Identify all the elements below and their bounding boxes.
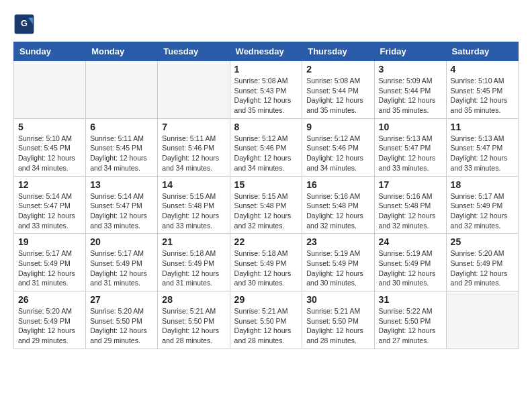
- day-number: 27: [90, 294, 153, 305]
- day-info: Sunrise: 5:21 AM Sunset: 5:50 PM Dayligh…: [234, 306, 298, 346]
- calendar-cell: 7Sunrise: 5:11 AM Sunset: 5:46 PM Daylig…: [158, 118, 230, 176]
- calendar-cell: 21Sunrise: 5:18 AM Sunset: 5:49 PM Dayli…: [158, 234, 230, 291]
- day-number: 2: [306, 64, 369, 75]
- calendar-cell: 9Sunrise: 5:12 AM Sunset: 5:46 PM Daylig…: [302, 118, 374, 176]
- day-number: 3: [379, 64, 442, 75]
- calendar-cell: [86, 61, 158, 119]
- day-info: Sunrise: 5:15 AM Sunset: 5:48 PM Dayligh…: [162, 191, 225, 231]
- day-info: Sunrise: 5:08 AM Sunset: 5:44 PM Dayligh…: [306, 76, 369, 116]
- calendar-cell: 14Sunrise: 5:15 AM Sunset: 5:48 PM Dayli…: [158, 176, 230, 234]
- day-info: Sunrise: 5:10 AM Sunset: 5:45 PM Dayligh…: [451, 76, 514, 116]
- calendar-cell: 15Sunrise: 5:15 AM Sunset: 5:48 PM Dayli…: [230, 176, 302, 234]
- day-info: Sunrise: 5:17 AM Sunset: 5:49 PM Dayligh…: [90, 248, 153, 288]
- day-info: Sunrise: 5:11 AM Sunset: 5:45 PM Dayligh…: [90, 134, 153, 173]
- calendar-header-sunday: Sunday: [14, 42, 86, 61]
- day-info: Sunrise: 5:22 AM Sunset: 5:50 PM Dayligh…: [379, 306, 442, 346]
- day-number: 28: [162, 294, 225, 305]
- calendar-cell: 26Sunrise: 5:20 AM Sunset: 5:49 PM Dayli…: [14, 291, 86, 349]
- calendar-cell: 10Sunrise: 5:13 AM Sunset: 5:47 PM Dayli…: [374, 118, 446, 176]
- calendar-cell: 11Sunrise: 5:13 AM Sunset: 5:47 PM Dayli…: [446, 118, 518, 176]
- day-number: 15: [234, 179, 298, 190]
- calendar-cell: 12Sunrise: 5:14 AM Sunset: 5:47 PM Dayli…: [14, 176, 86, 234]
- calendar-cell: [158, 61, 230, 119]
- day-number: 23: [306, 236, 369, 247]
- calendar-cell: 25Sunrise: 5:20 AM Sunset: 5:49 PM Dayli…: [446, 234, 518, 291]
- day-info: Sunrise: 5:21 AM Sunset: 5:50 PM Dayligh…: [162, 306, 225, 346]
- day-number: 21: [162, 236, 225, 247]
- calendar-cell: 30Sunrise: 5:21 AM Sunset: 5:50 PM Dayli…: [302, 291, 374, 349]
- week-row-4: 19Sunrise: 5:17 AM Sunset: 5:49 PM Dayli…: [14, 234, 519, 291]
- calendar-cell: [14, 61, 86, 119]
- calendar-cell: 22Sunrise: 5:18 AM Sunset: 5:49 PM Dayli…: [230, 234, 302, 291]
- calendar-header-row: SundayMondayTuesdayWednesdayThursdayFrid…: [14, 42, 519, 61]
- day-info: Sunrise: 5:17 AM Sunset: 5:49 PM Dayligh…: [451, 191, 514, 231]
- day-number: 9: [306, 122, 369, 132]
- day-info: Sunrise: 5:08 AM Sunset: 5:43 PM Dayligh…: [234, 76, 298, 116]
- day-number: 29: [234, 294, 298, 305]
- day-info: Sunrise: 5:19 AM Sunset: 5:49 PM Dayligh…: [306, 248, 369, 288]
- calendar-cell: 23Sunrise: 5:19 AM Sunset: 5:49 PM Dayli…: [302, 234, 374, 291]
- svg-text:G: G: [21, 18, 28, 28]
- day-info: Sunrise: 5:09 AM Sunset: 5:44 PM Dayligh…: [379, 76, 442, 116]
- day-number: 18: [451, 179, 514, 190]
- calendar-cell: 1Sunrise: 5:08 AM Sunset: 5:43 PM Daylig…: [230, 61, 302, 119]
- day-number: 16: [306, 179, 369, 190]
- day-number: 14: [162, 179, 225, 190]
- day-number: 25: [451, 236, 514, 247]
- calendar-cell: 8Sunrise: 5:12 AM Sunset: 5:46 PM Daylig…: [230, 118, 302, 176]
- day-info: Sunrise: 5:18 AM Sunset: 5:49 PM Dayligh…: [234, 248, 298, 288]
- calendar-cell: 16Sunrise: 5:16 AM Sunset: 5:48 PM Dayli…: [302, 176, 374, 234]
- day-number: 30: [306, 294, 369, 305]
- week-row-5: 26Sunrise: 5:20 AM Sunset: 5:49 PM Dayli…: [14, 291, 519, 349]
- calendar-header-wednesday: Wednesday: [230, 42, 302, 61]
- calendar-cell: 29Sunrise: 5:21 AM Sunset: 5:50 PM Dayli…: [230, 291, 302, 349]
- page-header: G: [13, 13, 519, 35]
- day-number: 6: [90, 122, 153, 132]
- logo-icon: G: [13, 13, 35, 35]
- day-info: Sunrise: 5:20 AM Sunset: 5:50 PM Dayligh…: [90, 306, 153, 346]
- week-row-1: 1Sunrise: 5:08 AM Sunset: 5:43 PM Daylig…: [14, 61, 519, 119]
- calendar-cell: 24Sunrise: 5:19 AM Sunset: 5:49 PM Dayli…: [374, 234, 446, 291]
- calendar-cell: 5Sunrise: 5:10 AM Sunset: 5:45 PM Daylig…: [14, 118, 86, 176]
- day-number: 22: [234, 236, 298, 247]
- day-number: 4: [451, 64, 514, 75]
- day-info: Sunrise: 5:20 AM Sunset: 5:49 PM Dayligh…: [451, 248, 514, 288]
- day-info: Sunrise: 5:11 AM Sunset: 5:46 PM Dayligh…: [162, 134, 225, 173]
- day-info: Sunrise: 5:15 AM Sunset: 5:48 PM Dayligh…: [234, 191, 298, 231]
- day-number: 11: [451, 122, 514, 132]
- calendar-header-thursday: Thursday: [302, 42, 374, 61]
- calendar-cell: 4Sunrise: 5:10 AM Sunset: 5:45 PM Daylig…: [446, 61, 518, 119]
- calendar-cell: [446, 291, 518, 349]
- day-info: Sunrise: 5:18 AM Sunset: 5:49 PM Dayligh…: [162, 248, 225, 288]
- day-info: Sunrise: 5:12 AM Sunset: 5:46 PM Dayligh…: [306, 134, 369, 173]
- day-number: 26: [18, 294, 81, 305]
- week-row-2: 5Sunrise: 5:10 AM Sunset: 5:45 PM Daylig…: [14, 118, 519, 176]
- calendar-table: SundayMondayTuesdayWednesdayThursdayFrid…: [13, 42, 519, 349]
- logo: G: [13, 13, 36, 35]
- day-info: Sunrise: 5:14 AM Sunset: 5:47 PM Dayligh…: [18, 191, 81, 231]
- day-number: 24: [379, 236, 442, 247]
- calendar-cell: 27Sunrise: 5:20 AM Sunset: 5:50 PM Dayli…: [86, 291, 158, 349]
- calendar-header-saturday: Saturday: [446, 42, 518, 61]
- calendar-cell: 31Sunrise: 5:22 AM Sunset: 5:50 PM Dayli…: [374, 291, 446, 349]
- calendar-cell: 6Sunrise: 5:11 AM Sunset: 5:45 PM Daylig…: [86, 118, 158, 176]
- day-info: Sunrise: 5:16 AM Sunset: 5:48 PM Dayligh…: [379, 191, 442, 231]
- day-info: Sunrise: 5:21 AM Sunset: 5:50 PM Dayligh…: [306, 306, 369, 346]
- calendar-cell: 28Sunrise: 5:21 AM Sunset: 5:50 PM Dayli…: [158, 291, 230, 349]
- day-info: Sunrise: 5:14 AM Sunset: 5:47 PM Dayligh…: [90, 191, 153, 231]
- day-info: Sunrise: 5:20 AM Sunset: 5:49 PM Dayligh…: [18, 306, 81, 346]
- week-row-3: 12Sunrise: 5:14 AM Sunset: 5:47 PM Dayli…: [14, 176, 519, 234]
- day-number: 5: [18, 122, 81, 132]
- day-number: 7: [162, 122, 225, 132]
- day-info: Sunrise: 5:16 AM Sunset: 5:48 PM Dayligh…: [306, 191, 369, 231]
- day-number: 8: [234, 122, 298, 132]
- calendar-cell: 2Sunrise: 5:08 AM Sunset: 5:44 PM Daylig…: [302, 61, 374, 119]
- day-info: Sunrise: 5:19 AM Sunset: 5:49 PM Dayligh…: [379, 248, 442, 288]
- day-number: 10: [379, 122, 442, 132]
- calendar-header-monday: Monday: [86, 42, 158, 61]
- day-info: Sunrise: 5:12 AM Sunset: 5:46 PM Dayligh…: [234, 134, 298, 173]
- calendar-cell: 13Sunrise: 5:14 AM Sunset: 5:47 PM Dayli…: [86, 176, 158, 234]
- day-number: 19: [18, 236, 81, 247]
- calendar-cell: 18Sunrise: 5:17 AM Sunset: 5:49 PM Dayli…: [446, 176, 518, 234]
- calendar-cell: 19Sunrise: 5:17 AM Sunset: 5:49 PM Dayli…: [14, 234, 86, 291]
